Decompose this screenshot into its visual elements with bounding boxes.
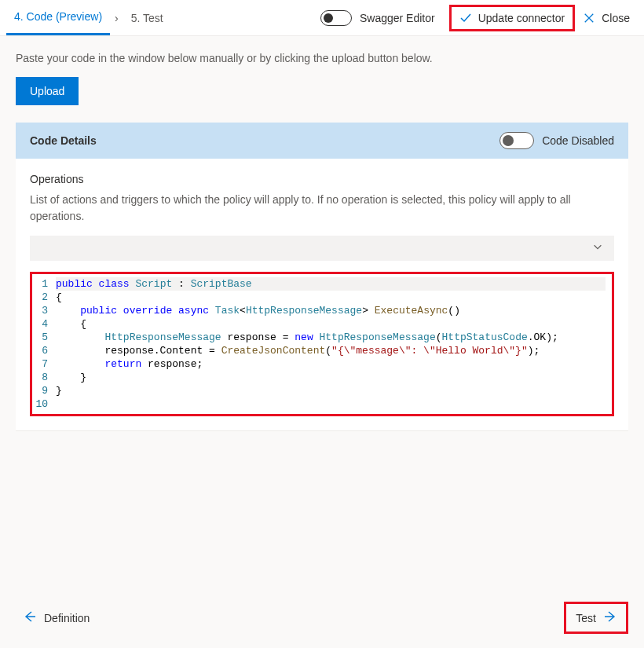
code-line: 8 } (35, 371, 606, 384)
upload-button[interactable]: Upload (16, 77, 79, 105)
tab-test[interactable]: 5. Test (123, 1, 171, 35)
code-disabled-toggle[interactable] (499, 132, 534, 149)
next-label: Test (576, 612, 596, 624)
operations-dropdown[interactable] (30, 236, 614, 261)
operations-title: Operations (30, 173, 614, 185)
close-icon (583, 12, 595, 24)
swagger-editor-label: Swagger Editor (360, 12, 435, 24)
code-details-title: Code Details (30, 134, 97, 147)
code-line: 1public class Script : ScriptBase (35, 277, 606, 291)
close-button[interactable]: Close (575, 7, 638, 29)
code-line: 10 (35, 397, 606, 411)
update-connector-label: Update connector (478, 12, 565, 24)
code-line: 4 { (35, 317, 606, 331)
code-line: 7 return response; (35, 357, 606, 371)
tab-code-preview[interactable]: 4. Code (Preview) (6, 1, 110, 35)
intro-text: Paste your code in the window below manu… (16, 52, 628, 64)
chevron-down-icon (592, 241, 603, 255)
code-line: 6 response.Content = CreateJsonContent("… (35, 344, 606, 357)
update-connector-button[interactable]: Update connector (449, 5, 576, 31)
code-line: 2{ (35, 291, 606, 304)
checkmark-icon (459, 12, 472, 24)
code-disabled-label: Code Disabled (542, 134, 614, 147)
code-editor[interactable]: 1public class Script : ScriptBase2{3 pub… (30, 272, 614, 416)
arrow-right-icon (604, 610, 617, 625)
code-line: 5 HttpResponseMessage response = new Htt… (35, 331, 606, 344)
next-test-link[interactable]: Test (568, 606, 624, 630)
code-line: 3 public override async Task<HttpRespons… (35, 304, 606, 317)
code-line: 9} (35, 384, 606, 397)
prev-definition-link[interactable]: Definition (16, 606, 97, 630)
close-label: Close (602, 12, 630, 24)
prev-label: Definition (44, 612, 90, 624)
swagger-editor-toggle[interactable] (320, 10, 352, 26)
arrow-left-icon (24, 610, 36, 625)
chevron-right-icon: › (110, 12, 123, 24)
operations-description: List of actions and triggers to which th… (30, 192, 614, 225)
